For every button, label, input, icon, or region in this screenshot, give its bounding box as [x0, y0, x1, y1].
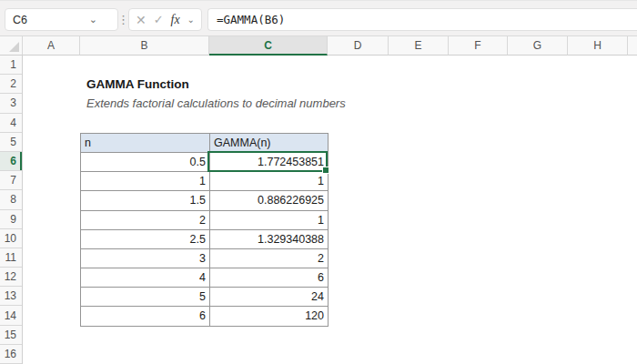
row-header-2[interactable]: 2 [0, 75, 22, 94]
cell-C11[interactable]: 2 [210, 249, 329, 268]
data-table: nGAMMA(n)0.51.772453851111.50.8862269252… [80, 133, 329, 327]
column-header-F[interactable]: F [449, 36, 508, 56]
row-header-15[interactable]: 15 [0, 326, 22, 345]
row-headers-column: 12345678910111213141516 [0, 56, 23, 364]
excel-window: C6 ⌄ ⋮ ✕ ✓ fx ⌄ =GAMMA(B6) ABCDEFGH 1234… [0, 0, 637, 364]
cell-C12[interactable]: 6 [210, 268, 329, 288]
column-header-C[interactable]: C [209, 36, 328, 56]
cell-C10[interactable]: 1.329340388 [210, 230, 329, 249]
column-headers-row: ABCDEFGH [0, 36, 637, 56]
row-header-11[interactable]: 11 [0, 248, 22, 268]
cell-B10[interactable]: 2.5 [81, 230, 210, 249]
table-row: 524 [81, 288, 329, 307]
select-all-button[interactable] [0, 36, 23, 56]
column-header-G[interactable]: G [508, 36, 568, 56]
row-header-4[interactable]: 4 [0, 114, 22, 133]
cell-B5[interactable]: n [81, 134, 210, 153]
table-header-row: nGAMMA(n) [81, 134, 329, 153]
cell-C13[interactable]: 24 [210, 288, 329, 307]
row-header-16[interactable]: 16 [0, 345, 22, 364]
formula-toolbar: ✕ ✓ fx ⌄ [128, 8, 202, 31]
name-box-dropdown-icon[interactable]: ⌄ [89, 14, 97, 25]
formula-input[interactable]: =GAMMA(B6) [207, 8, 637, 31]
row-header-10[interactable]: 10 [0, 229, 22, 248]
cell-C9[interactable]: 1 [210, 211, 329, 230]
formula-bar-grip-icon[interactable]: ⋮ [118, 8, 128, 31]
cell-C7[interactable]: 1 [210, 172, 329, 191]
row-header-6[interactable]: 6 [0, 152, 22, 171]
fx-dropdown-icon[interactable]: ⌄ [187, 15, 195, 25]
cell-B14[interactable]: 6 [81, 307, 210, 326]
cell-B11[interactable]: 3 [81, 249, 210, 268]
table-row: 2.51.329340388 [81, 230, 329, 249]
row-header-9[interactable]: 9 [0, 210, 22, 229]
table-row: 46 [81, 268, 329, 288]
table-row: 6120 [81, 307, 329, 326]
cell-B9[interactable]: 2 [81, 211, 210, 230]
select-all-triangle-icon [9, 42, 19, 52]
column-header-H[interactable]: H [568, 36, 628, 56]
row-header-14[interactable]: 14 [0, 306, 22, 325]
enter-icon[interactable]: ✓ [154, 14, 164, 25]
cancel-icon[interactable]: ✕ [136, 14, 147, 26]
cell-C6[interactable]: 1.772453851 [210, 153, 329, 172]
cell-B6[interactable]: 0.5 [81, 153, 210, 172]
table-row: 11 [81, 172, 329, 191]
column-header-E[interactable]: E [389, 36, 449, 56]
insert-function-icon[interactable]: fx [171, 14, 180, 26]
table-row: 21 [81, 211, 329, 230]
column-header-partial[interactable] [628, 36, 637, 56]
formula-bar: C6 ⌄ ⋮ ✕ ✓ fx ⌄ =GAMMA(B6) [0, 0, 637, 36]
cell-C5[interactable]: GAMMA(n) [210, 134, 329, 153]
column-header-B[interactable]: B [80, 36, 209, 56]
row-header-1[interactable]: 1 [0, 56, 22, 75]
row-header-13[interactable]: 13 [0, 287, 22, 306]
sheet-title: GAMMA Function [86, 75, 189, 94]
cell-C8[interactable]: 0.886226925 [210, 191, 329, 210]
name-box-value: C6 [13, 14, 89, 26]
name-box[interactable]: C6 ⌄ [5, 8, 118, 31]
formula-text: =GAMMA(B6) [217, 13, 285, 26]
table-row: 1.50.886226925 [81, 191, 329, 210]
cell-C14[interactable]: 120 [210, 307, 329, 326]
table-row: 32 [81, 249, 329, 268]
cell-B12[interactable]: 4 [81, 268, 210, 288]
cell-B8[interactable]: 1.5 [81, 191, 210, 210]
table-row: 0.51.772453851 [81, 153, 329, 172]
column-header-A[interactable]: A [23, 36, 80, 56]
row-header-3[interactable]: 3 [0, 94, 22, 113]
cell-B7[interactable]: 1 [81, 172, 210, 191]
column-header-D[interactable]: D [328, 36, 389, 56]
row-header-8[interactable]: 8 [0, 190, 22, 209]
cell-B13[interactable]: 5 [81, 288, 210, 307]
row-header-12[interactable]: 12 [0, 268, 22, 287]
row-header-7[interactable]: 7 [0, 171, 22, 190]
sheet-subtitle: Extends factorial calculations to decima… [86, 94, 346, 113]
row-header-5[interactable]: 5 [0, 133, 22, 152]
